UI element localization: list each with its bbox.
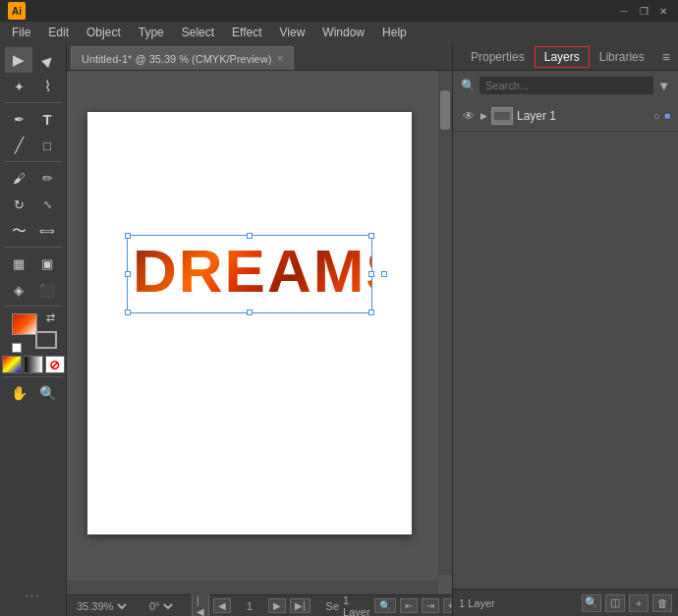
hand-button[interactable]: ✋ xyxy=(5,380,32,406)
menu-object[interactable]: Object xyxy=(79,24,129,41)
line-button[interactable]: ╱ xyxy=(5,133,32,158)
layer-color-icon[interactable]: ■ xyxy=(664,110,670,121)
horizontal-scrollbar[interactable] xyxy=(67,581,438,594)
next-artboard-button[interactable]: ▶ xyxy=(268,598,286,613)
panel-layer-count: 1 Layer xyxy=(459,597,578,609)
handle-middle-left[interactable] xyxy=(125,271,131,277)
pen-icon: ✒ xyxy=(14,112,25,127)
fill-stroke-indicator: ⇄ xyxy=(10,311,57,353)
restore-button[interactable]: ❐ xyxy=(637,4,650,18)
paintbrush-button[interactable]: 🖌 xyxy=(5,165,32,191)
first-artboard-button[interactable]: |◀ xyxy=(192,593,209,617)
menu-view[interactable]: View xyxy=(272,24,313,41)
eyedropper-button[interactable]: ⬛ xyxy=(33,277,61,303)
rectangle-button[interactable]: □ xyxy=(33,133,61,158)
menu-window[interactable]: Window xyxy=(314,24,372,41)
handle-bottom-middle[interactable] xyxy=(247,309,253,315)
document-tab[interactable]: Untitled-1* @ 35.39 % (CMYK/Preview) × xyxy=(71,46,294,70)
artboard-number-input[interactable] xyxy=(235,600,264,612)
rotate-button[interactable]: ↻ xyxy=(5,192,32,217)
layer-options-icon[interactable]: ○ xyxy=(653,110,660,122)
canvas-area[interactable]: DREAMS xyxy=(67,71,452,594)
gradient-button[interactable]: ▣ xyxy=(33,251,61,276)
tab-layers[interactable]: Layers xyxy=(535,46,590,68)
arrange-button[interactable]: ⇤ xyxy=(400,598,418,613)
scale-button[interactable]: ⤡ xyxy=(33,192,61,217)
ai-logo: Ai xyxy=(8,2,26,20)
handle-top-middle[interactable] xyxy=(247,233,253,239)
handle-bottom-left[interactable] xyxy=(125,309,131,315)
direct-selection-icon: ▶ xyxy=(38,51,56,69)
stroke-box[interactable] xyxy=(35,331,57,349)
tool-row-hand-zoom: ✋ 🔍 xyxy=(5,380,61,406)
pen-button[interactable]: ✒ xyxy=(5,106,32,132)
add-artboard-button[interactable]: + xyxy=(443,598,452,613)
filter-button[interactable]: ▼ xyxy=(657,79,670,93)
title-bar: Ai ─ ❐ ✕ xyxy=(0,0,678,22)
default-colors-icon[interactable] xyxy=(12,343,22,353)
last-artboard-button[interactable]: ▶| xyxy=(290,598,311,613)
layer-row[interactable]: 👁 ▶ Layer 1 ○ ■ xyxy=(453,100,678,132)
more-tools-button[interactable]: ··· xyxy=(9,583,58,608)
arrange-button-2[interactable]: ⇥ xyxy=(422,598,439,613)
tool-row-2: ✦ ⌇ xyxy=(5,74,61,99)
color-mode-button[interactable] xyxy=(2,356,22,373)
vertical-scrollbar[interactable] xyxy=(438,71,452,575)
left-toolbar: ▶ ▶ ✦ ⌇ ✒ T ╱ xyxy=(0,43,67,616)
menu-file[interactable]: File xyxy=(4,24,38,41)
panel-menu-button[interactable]: ≡ xyxy=(662,49,670,65)
pencil-button[interactable]: ✏ xyxy=(33,165,61,191)
swap-colors-icon[interactable]: ⇄ xyxy=(46,311,55,324)
minimize-button[interactable]: ─ xyxy=(617,4,631,18)
selection-tool-button[interactable]: ▶ xyxy=(5,47,32,73)
width-button[interactable]: ⟺ xyxy=(33,218,61,244)
tab-libraries[interactable]: Libraries xyxy=(590,46,654,68)
tool-row-5: 🖌 ✏ xyxy=(5,165,61,191)
menu-type[interactable]: Type xyxy=(131,24,172,41)
warp-button[interactable]: 〜 xyxy=(5,218,32,244)
prev-artboard-button[interactable]: ◀ xyxy=(213,598,231,613)
blend-button[interactable]: ◈ xyxy=(5,277,32,303)
tool-separator-3 xyxy=(4,247,63,248)
layer-expand-arrow[interactable]: ▶ xyxy=(480,111,487,121)
zoom-layers-button[interactable]: 🔍 xyxy=(582,594,601,612)
magic-wand-icon: ✦ xyxy=(14,80,25,94)
handle-top-right[interactable] xyxy=(368,233,374,239)
rotation-select[interactable]: 0° xyxy=(145,599,176,613)
close-button[interactable]: ✕ xyxy=(656,4,670,18)
scroll-thumb[interactable] xyxy=(440,90,450,130)
menu-edit[interactable]: Edit xyxy=(40,24,77,41)
tool-separator-2 xyxy=(4,161,63,162)
direct-selection-tool-button[interactable]: ▶ xyxy=(33,47,61,73)
fill-box[interactable] xyxy=(12,313,37,335)
layer-visibility-icon[interactable]: 👁 xyxy=(461,109,477,123)
magic-wand-button[interactable]: ✦ xyxy=(5,74,32,99)
menu-effect[interactable]: Effect xyxy=(224,24,269,41)
layer-thumb-svg xyxy=(492,108,512,124)
layer-count: 1 Layer xyxy=(343,594,370,617)
menu-select[interactable]: Select xyxy=(174,24,222,41)
graph-button[interactable]: ▦ xyxy=(5,251,32,276)
zoom-button[interactable]: 🔍 xyxy=(33,380,61,406)
handle-bottom-right[interactable] xyxy=(368,309,374,315)
handle-top-left[interactable] xyxy=(125,233,131,239)
text-icon: T xyxy=(42,111,51,128)
layer-thumbnail xyxy=(491,107,513,125)
text-button[interactable]: T xyxy=(33,106,61,132)
lasso-button[interactable]: ⌇ xyxy=(33,74,61,99)
make-clipping-button[interactable]: ◫ xyxy=(605,594,625,612)
layer-navigate-button[interactable]: 🔍 xyxy=(374,598,396,613)
tab-close-button[interactable]: × xyxy=(277,53,283,64)
create-new-layer-button[interactable]: + xyxy=(629,594,649,612)
tab-properties[interactable]: Properties xyxy=(461,46,535,68)
layer-search-input[interactable] xyxy=(480,77,653,94)
panel-tabs: Properties Layers Libraries ≡ xyxy=(453,43,678,71)
handle-middle-right[interactable] xyxy=(368,271,374,277)
scale-icon: ⤡ xyxy=(43,198,52,211)
layer-name-label: Layer 1 xyxy=(517,109,650,123)
gradient-mode-button[interactable] xyxy=(24,356,43,373)
delete-layer-button[interactable]: 🗑 xyxy=(652,594,672,612)
zoom-select[interactable]: 35.39% xyxy=(73,599,130,613)
no-fill-button[interactable]: ⊘ xyxy=(45,356,65,373)
menu-help[interactable]: Help xyxy=(374,24,415,41)
